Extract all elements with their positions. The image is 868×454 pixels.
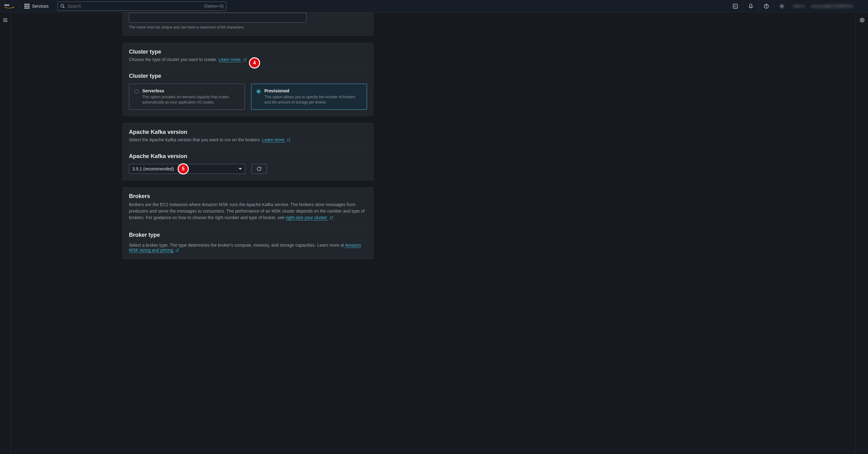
brokers-desc: Brokers are the EC2 instances where Amaz… [129,201,367,221]
help-icon[interactable] [758,0,774,12]
region-selector[interactable]: Ohio ▾ [789,0,808,12]
brokers-heading: Brokers [129,193,367,200]
svg-point-11 [861,20,863,21]
kafka-version-select[interactable]: 3.5.1 (recommended) [129,164,245,174]
brokers-panel: Brokers Brokers are the EC2 instances wh… [122,187,374,259]
main-content: The name must be unique and can have a m… [11,12,856,454]
cloudshell-icon[interactable] [727,0,743,12]
notifications-icon[interactable] [743,0,758,12]
broker-type-heading: Broker type [129,232,367,238]
external-link-icon [243,58,247,62]
left-side-rail [0,12,11,454]
help-panel-toggle[interactable] [859,17,866,24]
chevron-down-icon [239,168,242,170]
kafka-version-desc: Select the Apache Kafka version that you… [129,137,367,142]
cluster-type-subheading: Cluster type [129,73,367,79]
cluster-name-panel-partial: The name must be unique and can have a m… [122,12,374,36]
serverless-desc: This option provides on-demand capacity … [142,95,240,105]
kafka-version-heading: Apache Kafka version [129,129,367,135]
cluster-type-option-provisioned[interactable]: Provisioned This option allows you to sp… [251,84,367,110]
kafka-version-panel: Apache Kafka version Select the Apache K… [122,123,374,181]
right-size-cluster-link[interactable]: right-size your cluster [286,215,328,220]
services-menu-button[interactable]: Services [23,2,51,10]
cluster-name-input[interactable] [129,13,306,23]
grid-icon [25,4,29,9]
svg-line-2 [63,7,64,8]
search-shortcut: [Option+S] [204,4,223,8]
external-link-icon [176,249,179,252]
provisioned-desc: This option allows you to specify the nu… [265,95,362,105]
open-nav-drawer-button[interactable] [2,17,9,24]
services-label: Services [32,4,49,9]
svg-point-7 [781,5,783,7]
provisioned-title: Provisioned [265,88,362,93]
settings-icon[interactable] [774,0,789,12]
cluster-type-option-serverless[interactable]: Serverless This option provides on-deman… [129,84,245,110]
kafka-version-subheading: Apache Kafka version [129,153,367,160]
search-box[interactable]: [Option+S] [57,2,226,11]
cluster-type-desc: Choose the type of cluster you want to c… [129,57,367,62]
top-nav: aws Services [Option+S] Ohio ▾ account@0… [0,0,868,12]
cluster-type-heading: Cluster type [129,48,367,55]
external-link-icon [330,216,333,220]
svg-point-1 [61,4,64,7]
radio-icon [134,89,138,94]
radio-icon [256,89,261,94]
right-side-rail [856,12,868,454]
aws-logo[interactable]: aws [4,3,14,9]
cluster-name-hint: The name must be unique and can have a m… [129,25,367,29]
account-menu[interactable]: account@012345678 ▾ [808,0,864,12]
search-icon [60,4,65,9]
svg-point-6 [766,7,767,8]
kafka-version-selected: 3.5.1 (recommended) [132,166,174,171]
svg-text:aws: aws [4,3,9,6]
kafka-version-learn-more-link[interactable]: Learn more [262,137,285,142]
broker-type-desc: Select a broker type. The type determine… [129,242,367,253]
refresh-versions-button[interactable] [251,164,267,174]
external-link-icon [287,138,290,142]
search-input[interactable] [65,4,204,9]
cluster-type-panel: Cluster type Choose the type of cluster … [122,43,374,116]
serverless-title: Serverless [142,88,240,93]
cluster-type-learn-more-link[interactable]: Learn more [219,57,242,62]
